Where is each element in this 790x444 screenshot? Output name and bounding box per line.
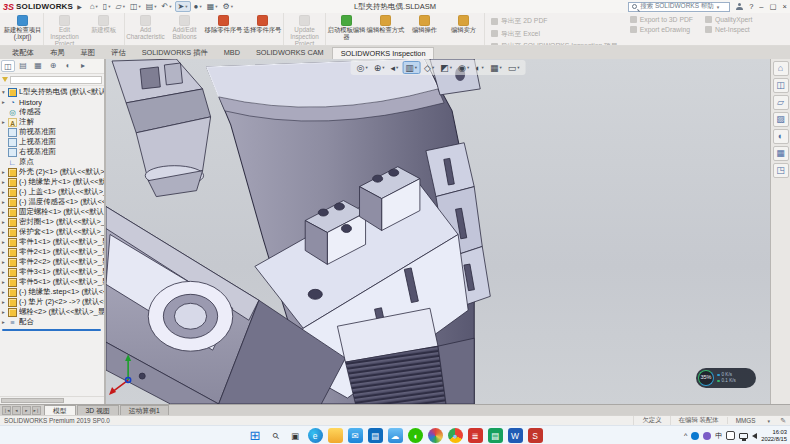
tree-item[interactable]: ▸ (-) 绝缘垫.step<1> (默认<<默认> <box>0 287 104 297</box>
minimize-button[interactable]: – <box>759 2 763 11</box>
search-dropdown-icon[interactable]: ▾ <box>717 4 720 10</box>
ribbon-tab[interactable]: MBD <box>216 47 248 59</box>
section-view-icon[interactable]: ▥ ▾ <box>402 61 420 74</box>
dropdown-arrow-icon[interactable]: ▾ <box>96 4 98 9</box>
tray-app-icon[interactable] <box>703 432 711 440</box>
ribbon-tab[interactable]: SOLIDWORKS CAM <box>248 47 332 59</box>
zoom-fit-icon[interactable]: ◎ ▾ <box>355 61 370 74</box>
configurationmanager-tab[interactable]: ▦ <box>31 60 45 72</box>
tree-item[interactable]: ▸ ◔ History <box>0 97 104 107</box>
ribbon-button[interactable]: Add Characteristic <box>126 14 165 41</box>
open-icon[interactable]: ▱ ▾ <box>114 1 127 12</box>
view-palette-icon[interactable]: ▨ <box>773 112 789 127</box>
graphics-viewport[interactable]: ◎ ▾ ⊕ ▾ ◂ ▾ ▥ ▾ ◇ ▾ ◩ <box>106 59 770 404</box>
propertymanager-tab[interactable]: ▤ <box>16 60 30 72</box>
resources-icon[interactable]: ⌂ <box>773 61 789 76</box>
dropdown-arrow-icon[interactable]: ▾ <box>185 4 187 9</box>
dropdown-arrow-icon[interactable]: ▾ <box>154 4 156 9</box>
clock[interactable]: 16:03 2022/8/15 <box>761 429 787 442</box>
filter-input[interactable] <box>10 76 102 84</box>
tree-item[interactable]: ▸ 右视基准面 <box>0 147 104 157</box>
view-orientation-icon[interactable]: ◇ ▾ <box>422 61 436 74</box>
dropdown-arrow-icon[interactable]: ▾ <box>432 65 434 70</box>
dropdown-arrow-icon[interactable]: ▾ <box>199 4 201 9</box>
tree-item[interactable]: ▸ 固定螺栓<1> (默认<<默认>_显示状 <box>0 207 104 217</box>
tab-nav-button[interactable]: ❘◂ <box>2 406 11 415</box>
ribbon-tab[interactable]: 草图 <box>72 47 103 59</box>
dropdown-arrow-icon[interactable]: ▾ <box>396 65 398 70</box>
dropdown-arrow-icon[interactable]: ▾ <box>108 4 110 9</box>
tree-root-item[interactable]: ▾ L型夹持热电偶 (默认<默认_显示状态-1>) <box>0 87 104 97</box>
restore-button[interactable]: ▢ <box>770 2 777 11</box>
dropdown-arrow-icon[interactable]: ▾ <box>169 4 171 9</box>
rebuild-icon[interactable]: ● ▾ <box>192 1 204 12</box>
tab-nav-button[interactable]: ◂ <box>12 406 21 415</box>
dropdown-arrow-icon[interactable]: ▾ <box>482 65 484 70</box>
ribbon-button[interactable]: 编辑操作 <box>405 14 444 34</box>
tag-editor-icon[interactable]: ✎ <box>780 417 786 425</box>
print-icon[interactable]: ▤ ▾ <box>144 1 159 12</box>
start-button[interactable]: ⊞ <box>248 428 263 443</box>
ribbon-button[interactable]: Add/Edit Balloons <box>165 14 204 41</box>
tree-item[interactable]: ▸ 密封圈<1> (默认<<默认>_显示状态 <box>0 217 104 227</box>
tree-item[interactable]: ▸ 前视基准面 <box>0 127 104 137</box>
dropdown-arrow-icon[interactable]: ▾ <box>139 4 141 9</box>
wechat-icon[interactable]: ◖ <box>408 428 423 443</box>
onedrive-icon[interactable] <box>691 432 699 440</box>
tree-item[interactable]: ▸ 保护套<1> (默认<<默认>_显示状态 <box>0 227 104 237</box>
tab-nav-button[interactable]: ▸ <box>22 406 31 415</box>
edge-icon[interactable]: e <box>308 428 323 443</box>
notes-app-icon[interactable]: ▤ <box>488 428 503 443</box>
screen-overlay-widget[interactable]: 35% 0 K/s 0.1 K/s <box>696 368 756 388</box>
units-dropdown-icon[interactable]: ▾ <box>768 418 771 424</box>
tree-filter[interactable] <box>0 74 104 86</box>
chrome-icon[interactable]: ● <box>448 428 463 443</box>
ribbon-tab[interactable]: SOLIDWORKS Inspection <box>332 47 435 59</box>
user-account-icon[interactable] <box>736 3 743 10</box>
solidworks-app-icon[interactable]: S <box>528 428 543 443</box>
hide-show-items-icon[interactable]: ◉ ▾ <box>456 61 471 74</box>
tray-chevron-icon[interactable]: ^ <box>684 432 687 439</box>
tree-item[interactable]: ▸ 零件1<1> (默认<<默认>_显示状态 <box>0 237 104 247</box>
forum-icon[interactable]: ◳ <box>773 163 789 178</box>
help-button[interactable]: ? <box>749 2 753 11</box>
weather-icon[interactable]: ☁ <box>388 428 403 443</box>
appearances-icon[interactable]: ◐ <box>773 129 789 144</box>
tree-item[interactable]: ▸ (-) 垫片 (2)<2> ->? (默认<<默认> <box>0 297 104 307</box>
ime-mode-icon[interactable] <box>726 431 735 440</box>
reader-app-icon[interactable]: ≣ <box>468 428 483 443</box>
tree-item[interactable]: ▸ (-) 上盖<1> (默认<<默认>_显示状 <box>0 187 104 197</box>
dropdown-arrow-icon[interactable]: ▾ <box>415 65 417 70</box>
save-icon[interactable]: ◫ ▾ <box>128 1 143 12</box>
tree-item[interactable]: ▸ 外壳 (2)<1> (默认<<默认>_显示状态 <box>0 167 104 177</box>
mail-icon[interactable]: ✉ <box>348 428 363 443</box>
edit-appearance-icon[interactable]: ◐ ▾ <box>473 61 486 74</box>
ribbon-tab[interactable]: 装配体 <box>4 47 42 59</box>
displaymanager-tab[interactable]: ◐ <box>61 60 75 72</box>
menu-flyout-icon[interactable]: ▶ <box>77 3 82 10</box>
search-input[interactable]: 搜索 SOLIDWORKS 帮助 ▾ <box>628 2 730 12</box>
dropdown-arrow-icon[interactable]: ▾ <box>231 4 233 9</box>
tree-item[interactable]: ▸ 零件2<2> (默认<<默认>_显示状 <box>0 257 104 267</box>
ime-language-indicator[interactable]: 中 <box>715 431 722 441</box>
ribbon-tab[interactable]: SOLIDWORKS 插件 <box>134 47 216 59</box>
dropdown-arrow-icon[interactable]: ▾ <box>365 65 367 70</box>
home-icon[interactable]: ⌂ ▾ <box>88 1 100 12</box>
tree-item[interactable]: ▸ ∟ 原点 <box>0 157 104 167</box>
zoom-area-icon[interactable]: ⊕ ▾ <box>372 61 387 74</box>
document-tab[interactable]: 模型 <box>44 405 76 415</box>
volume-icon[interactable] <box>752 433 757 439</box>
document-tab[interactable]: 3D 视图 <box>77 405 119 415</box>
ribbon-tab[interactable]: 布局 <box>42 47 73 59</box>
tree-item[interactable]: ▸ (-) 温度传感器<1> (默认<<默认>_ <box>0 197 104 207</box>
search-button[interactable]: ⚲ <box>264 425 285 444</box>
design-library-icon[interactable]: ◫ <box>773 78 789 93</box>
apply-scene-icon[interactable]: ▦ ▾ <box>488 61 504 74</box>
tree-item[interactable]: ▸ 上视基准面 <box>0 137 104 147</box>
document-tab[interactable]: 运动算例1 <box>120 405 169 415</box>
close-button[interactable]: × <box>783 2 787 11</box>
task-view-button[interactable]: ▣ <box>288 428 303 443</box>
dimxpertmanager-tab[interactable]: ⊕ <box>46 60 60 72</box>
ribbon-button[interactable]: 新建检查项目 (.ixprj) <box>3 14 42 41</box>
undo-icon[interactable]: ↶ ▾ <box>160 1 174 12</box>
